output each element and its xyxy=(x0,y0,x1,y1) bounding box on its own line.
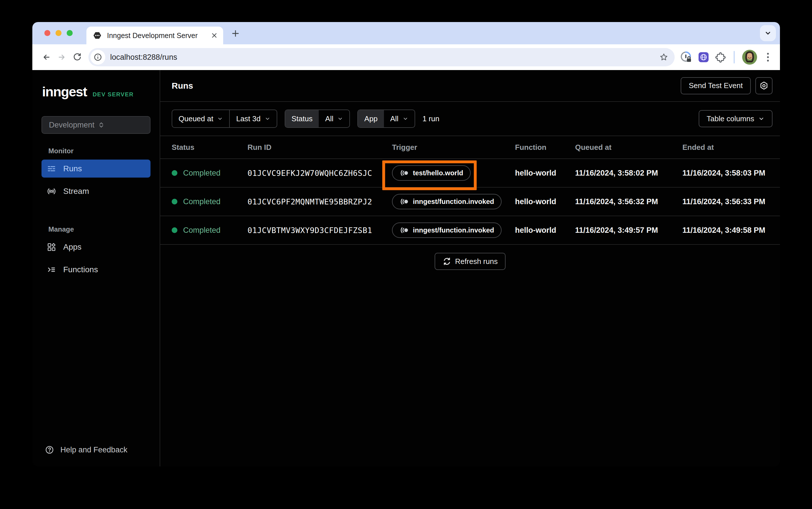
queued-at: 11/16/2024, 3:56:32 PM xyxy=(575,197,682,206)
url-text[interactable]: localhost:8288/runs xyxy=(110,53,177,62)
zoom-window-button[interactable] xyxy=(67,30,73,36)
main-panel: Runs Send Test Event Queued at xyxy=(160,70,780,466)
status-text: Completed xyxy=(183,169,221,178)
run-id[interactable]: 01JCVBTMV3WXY9D3CFDEJFZSB1 xyxy=(248,226,392,235)
function-name[interactable]: hello-world xyxy=(515,169,575,178)
logo: inngest DEV SERVER xyxy=(41,84,151,100)
filter-bar: Queued at Last 3d Status All xyxy=(160,102,780,136)
dev-server-badge: DEV SERVER xyxy=(93,91,134,98)
col-function: Function xyxy=(515,143,575,152)
trigger-pill[interactable]: inngest/function.invoked xyxy=(392,194,501,209)
inngest-favicon-icon xyxy=(93,31,102,40)
run-id[interactable]: 01JCVC9EFKJ2W70WQHC6ZH6SJC xyxy=(248,169,392,178)
ended-at: 11/16/2024, 3:49:58 PM xyxy=(682,226,774,235)
status-text: Completed xyxy=(183,226,221,235)
sidebar-item-apps[interactable]: Apps xyxy=(41,238,151,256)
apps-grid-icon xyxy=(46,242,56,252)
password-manager-extension-icon[interactable] xyxy=(679,50,692,64)
ended-at: 11/16/2024, 3:58:03 PM xyxy=(682,169,774,178)
sidebar-item-stream[interactable]: Stream xyxy=(41,182,151,200)
refresh-runs-button[interactable]: Refresh runs xyxy=(434,253,506,270)
status-dot-icon xyxy=(172,227,177,233)
hexagon-gear-icon xyxy=(759,81,769,90)
close-window-button[interactable] xyxy=(44,30,51,36)
sidebar-item-runs[interactable]: Runs xyxy=(41,160,151,178)
time-range-dropdown[interactable]: Last 3d xyxy=(229,110,277,127)
status-filter-dropdown[interactable]: All xyxy=(319,110,349,127)
run-id[interactable]: 01JCVC6PF2MQNMTWE95BBRZPJ2 xyxy=(248,197,392,206)
stream-broadcast-icon xyxy=(46,187,56,196)
trigger-name: test/hello.world xyxy=(413,169,463,177)
time-filter: Queued at Last 3d xyxy=(172,109,277,128)
profile-avatar[interactable] xyxy=(742,50,757,65)
sidebar-item-label: Functions xyxy=(63,265,98,274)
runs-list-icon xyxy=(46,164,56,173)
status-label-text: Status xyxy=(292,114,313,123)
trigger-name: inngest/function.invoked xyxy=(413,198,494,206)
app-filter: App All xyxy=(357,109,415,128)
app-label-text: App xyxy=(364,114,378,123)
status-cell: Completed xyxy=(172,169,248,178)
tab-strip: Inngest Development Server xyxy=(32,22,780,44)
table-row[interactable]: Completed 01JCVC6PF2MQNMTWE95BBRZPJ2 inn… xyxy=(160,188,780,216)
tab-search-button[interactable] xyxy=(760,25,776,41)
function-name[interactable]: hello-world xyxy=(515,226,575,235)
sidebar-item-functions[interactable]: Functions xyxy=(41,261,151,278)
purple-extension-icon[interactable] xyxy=(697,51,710,63)
status-filter-value: All xyxy=(325,114,333,123)
app-content: inngest DEV SERVER Development Monitor R… xyxy=(32,70,780,466)
address-bar[interactable]: localhost:8288/runs xyxy=(89,48,675,66)
back-button[interactable] xyxy=(39,49,54,65)
trigger-pill[interactable]: inngest/function.invoked xyxy=(392,223,501,238)
app-filter-dropdown[interactable]: All xyxy=(384,110,415,127)
extensions-puzzle-icon[interactable] xyxy=(715,52,726,63)
time-field-value: Queued at xyxy=(178,114,213,123)
status-text: Completed xyxy=(183,197,221,206)
updown-chevron-icon xyxy=(97,121,145,129)
col-run-id: Run ID xyxy=(248,143,392,152)
reload-button[interactable] xyxy=(69,49,85,65)
help-question-icon xyxy=(45,445,54,454)
send-test-event-label: Send Test Event xyxy=(689,81,743,90)
site-info-icon[interactable] xyxy=(90,50,105,65)
bookmark-star-icon[interactable] xyxy=(657,51,670,64)
trigger-pill[interactable]: test/hello.world xyxy=(392,165,470,181)
trigger-name: inngest/function.invoked xyxy=(413,226,494,234)
tab-title: Inngest Development Server xyxy=(107,31,205,40)
send-test-event-button[interactable]: Send Test Event xyxy=(681,77,751,94)
minimize-window-button[interactable] xyxy=(56,30,62,36)
monitor-section-label: Monitor xyxy=(48,147,151,155)
new-tab-button[interactable] xyxy=(230,28,240,39)
settings-button[interactable] xyxy=(755,77,773,94)
inngest-logo: inngest xyxy=(42,84,87,100)
page-header: Runs Send Test Event xyxy=(160,70,780,102)
browser-tab[interactable]: Inngest Development Server xyxy=(87,27,223,44)
browser-menu-icon[interactable] xyxy=(762,51,774,64)
browser-window: Inngest Development Server localhost:828… xyxy=(32,22,780,466)
sidebar-item-label: Apps xyxy=(63,242,82,252)
col-ended-at: Ended at xyxy=(682,143,774,152)
environment-value: Development xyxy=(49,121,97,130)
environment-selector[interactable]: Development xyxy=(41,116,151,134)
toolbar-divider xyxy=(734,51,735,64)
status-dot-icon xyxy=(172,199,177,204)
queued-at: 11/16/2024, 3:49:57 PM xyxy=(575,226,682,235)
sidebar-item-label: Stream xyxy=(63,187,89,196)
col-status: Status xyxy=(172,143,248,152)
time-field-dropdown[interactable]: Queued at xyxy=(172,110,229,127)
table-row[interactable]: Completed 01JCVC9EFKJ2W70WQHC6ZH6SJC tes… xyxy=(160,159,780,188)
functions-icon xyxy=(46,265,56,274)
close-tab-icon[interactable] xyxy=(210,32,218,39)
refresh-icon xyxy=(443,257,451,266)
forward-button[interactable] xyxy=(54,49,69,65)
run-count: 1 run xyxy=(423,114,440,123)
help-and-feedback[interactable]: Help and Feedback xyxy=(45,445,151,454)
app-filter-value: All xyxy=(390,114,398,123)
status-dot-icon xyxy=(172,170,177,176)
table-columns-label: Table columns xyxy=(707,114,754,123)
table-row[interactable]: Completed 01JCVBTMV3WXY9D3CFDEJFZSB1 inn… xyxy=(160,216,780,245)
help-label: Help and Feedback xyxy=(60,445,127,454)
function-name[interactable]: hello-world xyxy=(515,197,575,206)
table-columns-button[interactable]: Table columns xyxy=(699,110,773,127)
app-filter-label: App xyxy=(358,110,384,127)
